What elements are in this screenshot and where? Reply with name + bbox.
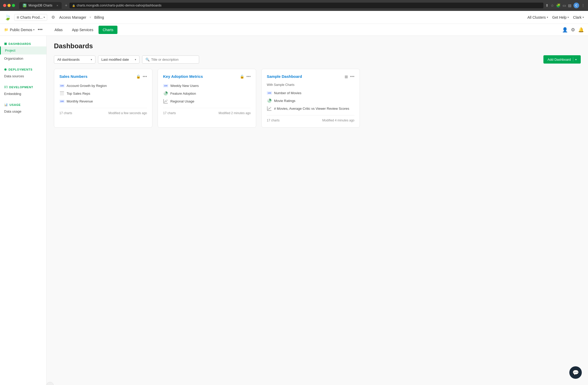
sort-filter[interactable]: Last modified date ▾ <box>98 56 139 64</box>
svg-point-9 <box>166 101 167 102</box>
tab-favicon: 🍃 <box>23 4 26 7</box>
get-help-label: Get Help <box>552 15 566 19</box>
sidebar-item-organization[interactable]: Organization <box>0 54 46 63</box>
close-dot[interactable] <box>3 4 6 7</box>
browser-dots <box>3 4 15 7</box>
card-more-button[interactable]: ••• <box>246 74 251 79</box>
chart-name: Feature Adoption <box>170 92 196 95</box>
modified-time: Modified 2 minutes ago <box>219 111 251 115</box>
billing-link[interactable]: Billing <box>92 14 106 20</box>
maximize-dot[interactable] <box>12 4 15 7</box>
user-menu-chevron: ▾ <box>583 16 584 19</box>
svg-rect-0 <box>60 91 64 92</box>
user-menu-button[interactable]: Clark ▾ <box>573 15 584 19</box>
card-more-button[interactable]: ••• <box>143 74 147 79</box>
sidebar-section-usage: 📊 USAGE <box>0 101 46 107</box>
btn-divider <box>573 57 573 61</box>
app-layout: ▦ DASHBOARDS Project Organization ◉ DEPL… <box>0 36 588 385</box>
tab-app-services[interactable]: App Services <box>68 26 97 34</box>
minimize-dot[interactable] <box>8 4 11 7</box>
all-dashboards-filter[interactable]: All dashboards ▾ <box>54 56 95 64</box>
menu-button[interactable]: ⋮ <box>581 3 585 8</box>
card-more-button[interactable]: ••• <box>350 74 354 79</box>
extensions-button[interactable]: 🧩 <box>556 3 561 8</box>
chart-item: 100 Monthly Revenue <box>59 99 147 104</box>
sub-nav-right: 👤 ⚙ 🔔 <box>562 27 584 33</box>
top-nav: 🍃 ▦ Charts Prod... ▾ ⚙ Access Manager ▾ … <box>0 11 588 24</box>
chart-count: 17 charts <box>59 111 72 115</box>
bookmark-button[interactable]: ☆ <box>551 3 554 8</box>
access-manager-link[interactable]: Access Manager <box>57 14 88 20</box>
card-lock-icon: 🔒 <box>136 74 141 79</box>
notifications-icon[interactable]: 🔔 <box>578 27 584 33</box>
svg-point-7 <box>164 102 165 102</box>
browser-chrome: 🍃 MongoDB Charts × + 🔒 charts.mongodb.co… <box>0 0 588 11</box>
share-button[interactable]: ⬆ <box>545 3 549 8</box>
chart-name: # Movies, Average Critic vs Viewer Revie… <box>274 107 349 111</box>
chrome-user-avatar[interactable]: C <box>573 3 579 8</box>
card-charts-list: 100 Account Growth by Region Top Sales R… <box>59 83 147 104</box>
card-footer: 17 charts Modified a few seconds ago <box>59 108 147 115</box>
new-tab-button[interactable]: + <box>65 3 67 8</box>
svg-point-8 <box>165 101 166 101</box>
sidebar-section-deployments: ◉ DEPLOYMENTS <box>0 66 46 72</box>
chart-item: Feature Adoption <box>163 91 251 96</box>
card-description: With Sample Charts <box>267 83 354 87</box>
chart-item: 100 Weekly New Users <box>163 83 251 88</box>
search-input[interactable] <box>151 58 196 61</box>
usage-section-icon: 📊 <box>4 103 8 106</box>
card-title-key-adoption: Key Adoption Metrics <box>163 74 240 79</box>
project-more-button[interactable]: ••• <box>36 26 44 33</box>
chart-name: Top Sales Reps <box>67 92 90 95</box>
app-name-dropdown[interactable]: ▦ Charts Prod... ▾ <box>14 14 47 21</box>
chart-name: Movie Ratings <box>274 99 295 103</box>
get-help-button[interactable]: Get Help ▾ <box>552 15 569 19</box>
dashboard-card-sample[interactable]: Sample Dashboard ▦ ••• With Sample Chart… <box>261 69 360 128</box>
all-clusters-label: All Clusters <box>527 15 546 19</box>
chart-item: 100 Number of Movies <box>267 90 354 95</box>
get-help-chevron: ▾ <box>568 16 569 19</box>
search-icon: 🔍 <box>145 58 150 61</box>
search-wrapper[interactable]: 🔍 <box>142 56 199 64</box>
sidebar: ▦ DASHBOARDS Project Organization ◉ DEPL… <box>0 36 47 385</box>
sidebar-item-project[interactable]: Project <box>0 46 46 54</box>
chart-icon-pie <box>267 98 272 103</box>
cast-button[interactable]: ▭ <box>563 3 566 8</box>
chat-support-button[interactable]: 💬 <box>569 366 582 379</box>
dashboard-card-sales-numbers[interactable]: Sales Numbers 🔒 ••• 100 Account Growth b… <box>54 69 152 128</box>
app-name-chevron: ▾ <box>44 16 45 19</box>
cards-grid: Sales Numbers 🔒 ••• 100 Account Growth b… <box>54 69 581 128</box>
modified-time: Modified a few seconds ago <box>108 111 147 115</box>
add-dashboard-button[interactable]: Add Dashboard ▾ <box>543 55 581 64</box>
dashboard-card-key-adoption[interactable]: Key Adoption Metrics 🔒 ••• 100 Weekly Ne… <box>158 69 256 128</box>
tab-close-button[interactable]: × <box>57 4 58 7</box>
sort-label: Last modified date <box>101 58 129 61</box>
sidebar-item-data-usage[interactable]: Data usage <box>0 107 46 115</box>
chart-icon-table <box>59 91 65 96</box>
project-name-label: Public Demos <box>10 28 32 32</box>
tab-charts[interactable]: Charts <box>99 26 117 34</box>
filter-label: All dashboards <box>57 58 80 61</box>
user-management-icon[interactable]: 👤 <box>562 27 568 33</box>
card-header: Sample Dashboard ▦ ••• <box>267 74 354 79</box>
sidebar-item-data-sources[interactable]: Data sources <box>0 72 46 80</box>
address-bar[interactable]: 🔒 charts.mongodb.com/charts-public-demos… <box>69 3 543 8</box>
user-name-label: Clark <box>573 15 582 19</box>
project-chevron: ▾ <box>33 28 34 31</box>
project-name-dropdown[interactable]: Public Demos ▾ <box>10 28 34 32</box>
add-dashboard-label: Add Dashboard <box>548 58 571 61</box>
nav-right: All Clusters ▾ Get Help ▾ Clark ▾ <box>527 15 584 19</box>
tab-atlas[interactable]: Atlas <box>50 26 67 34</box>
card-lock-icon: 🔒 <box>240 74 244 79</box>
svg-rect-2 <box>60 94 64 94</box>
browser-tab[interactable]: 🍃 MongoDB Charts × <box>19 2 62 9</box>
settings-icon[interactable]: ⚙ <box>571 27 575 33</box>
all-clusters-button[interactable]: All Clusters ▾ <box>527 15 548 19</box>
settings-icon[interactable]: ⚙ <box>51 15 55 20</box>
profile-button[interactable]: ▤ <box>568 3 571 8</box>
chart-item: # Movies, Average Critic vs Viewer Revie… <box>267 106 354 111</box>
all-clusters-chevron: ▾ <box>547 16 548 19</box>
dashboards-section-icon: ▦ <box>4 42 7 45</box>
chart-count: 17 charts <box>163 111 176 115</box>
sidebar-item-embedding[interactable]: Embedding <box>0 90 46 98</box>
